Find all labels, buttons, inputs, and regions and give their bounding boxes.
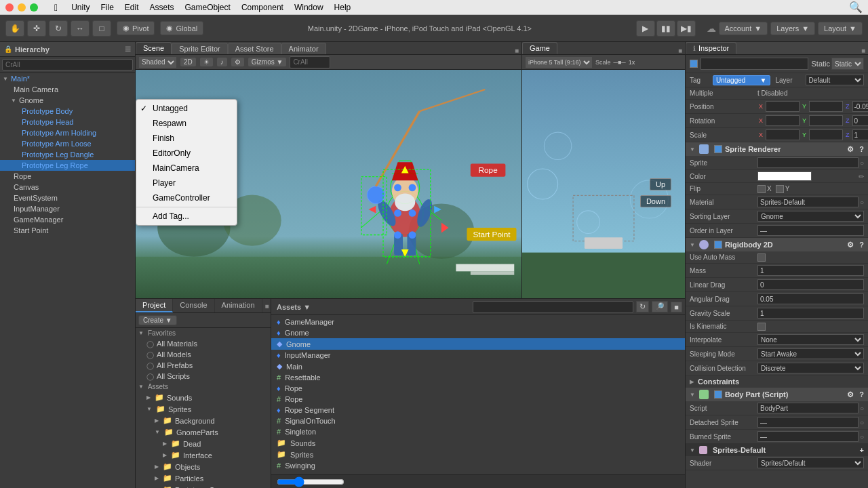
- color-picker-icon[interactable]: ✏: [859, 173, 864, 180]
- sprite-input[interactable]: [757, 157, 859, 168]
- constraints-header[interactable]: ▶ Constraints: [686, 375, 868, 388]
- asset-signal-on-touch[interactable]: # SignalOnTouch: [271, 415, 685, 426]
- proj-background[interactable]: ▶ 📁 Background: [136, 415, 271, 426]
- asset-main[interactable]: ◆ Main: [271, 361, 685, 372]
- layers-dropdown[interactable]: Layers▼: [770, 22, 815, 35]
- tab-animation[interactable]: Animation: [215, 299, 262, 312]
- hier-item-inputmanager[interactable]: InputManager: [0, 203, 135, 214]
- hierarchy-search-input[interactable]: [2, 59, 133, 70]
- script-input[interactable]: BodyPart: [757, 403, 859, 413]
- sorting-layer-dropdown[interactable]: Gnome: [757, 211, 864, 222]
- gameobject-name-input[interactable]: [701, 58, 808, 70]
- hier-item-prototype-head[interactable]: Prototype Head: [0, 117, 135, 127]
- up-button[interactable]: Up: [650, 178, 671, 190]
- minimize-button[interactable]: [18, 3, 26, 12]
- proj-all-prefabs[interactable]: ◯ All Prefabs: [136, 360, 271, 371]
- color-swatch[interactable]: [757, 171, 812, 181]
- component-settings-icon[interactable]: ⚙: [847, 145, 854, 154]
- flip-y-checkbox[interactable]: [776, 185, 784, 193]
- menu-unity[interactable]: Unity: [71, 3, 90, 12]
- menu-window[interactable]: Window: [294, 3, 323, 12]
- asset-gnome-prefab[interactable]: ♦ Gnome: [271, 327, 685, 338]
- pause-button[interactable]: ▮▮: [656, 20, 675, 37]
- hand-tool[interactable]: ✋: [5, 20, 24, 37]
- rigidbody-settings-icon[interactable]: ⚙: [847, 241, 854, 249]
- hier-item-startpoint[interactable]: Start Point: [0, 225, 135, 236]
- scale-x-input[interactable]: [766, 129, 800, 140]
- hier-item-main-camera[interactable]: Main Camera: [0, 84, 135, 95]
- active-checkbox[interactable]: [690, 60, 698, 68]
- sprites-default-header[interactable]: ▼ Sprites-Default +: [686, 444, 868, 456]
- static-dropdown[interactable]: Static: [831, 58, 864, 70]
- rot-y-input[interactable]: [809, 115, 843, 126]
- burned-input[interactable]: [757, 431, 859, 442]
- body-part-section-header[interactable]: ▼ Body Part (Script) ⚙ ?: [686, 388, 868, 401]
- shader-dropdown[interactable]: Sprites/Default: [757, 458, 864, 468]
- burned-picker-icon[interactable]: ○: [860, 433, 864, 441]
- tag-option-editoronly[interactable]: EditorOnly: [136, 146, 237, 161]
- assets-refresh-button[interactable]: ↻: [636, 301, 649, 312]
- tag-option-maincamera[interactable]: MainCamera: [136, 161, 237, 176]
- asset-resettable[interactable]: # Resettable: [271, 372, 685, 383]
- asset-rope-prefab[interactable]: ♦ Rope: [271, 383, 685, 394]
- gizmos-dropdown[interactable]: Gizmos ▼: [248, 57, 288, 67]
- pivot-button[interactable]: ◉ Pivot: [117, 21, 155, 35]
- asset-rope-segment[interactable]: ♦ Rope Segment: [271, 405, 685, 415]
- create-button[interactable]: Create ▼: [138, 315, 177, 325]
- lighting-button[interactable]: ☀: [199, 57, 214, 67]
- flip-x-checkbox[interactable]: [757, 185, 766, 193]
- asset-gamemanager[interactable]: ♦ GameManager: [271, 317, 685, 327]
- tag-option-add-tag[interactable]: Add Tag...: [136, 209, 237, 224]
- body-part-enabled[interactable]: [714, 390, 722, 399]
- pos-y-input[interactable]: [809, 101, 843, 112]
- proj-prototype-gnome[interactable]: ▶ 📁 Prototype Gnome: [136, 484, 271, 488]
- rigidbody2d-section-header[interactable]: ▼ Rigidbody 2D ⚙ ?: [686, 238, 868, 251]
- rot-z-input[interactable]: [852, 115, 868, 126]
- sleeping-mode-dropdown[interactable]: Start Awake: [757, 348, 864, 359]
- rotate-tool[interactable]: ↻: [49, 20, 68, 37]
- asset-sprites-folder[interactable]: 📁 Sprites: [271, 449, 685, 460]
- rect-tool[interactable]: □: [92, 20, 111, 37]
- hier-item-main[interactable]: ▼ Main*: [0, 73, 135, 84]
- sprite-picker-icon[interactable]: ○: [860, 159, 864, 167]
- shading-dropdown[interactable]: Shaded: [138, 56, 177, 68]
- hierarchy-menu-icon[interactable]: ☰: [125, 45, 131, 53]
- tag-option-gamecontroller[interactable]: GameController: [136, 190, 237, 205]
- audio-button[interactable]: ♪: [216, 57, 228, 67]
- assets-tree-header[interactable]: ▼ Assets: [136, 382, 271, 392]
- fx-button[interactable]: ⚙: [231, 57, 245, 67]
- tab-inspector[interactable]: ℹ Inspector: [686, 42, 736, 54]
- menu-file[interactable]: File: [100, 3, 113, 12]
- rot-x-input[interactable]: [766, 115, 800, 126]
- collision-dropdown[interactable]: Discrete: [757, 363, 864, 373]
- favorites-header[interactable]: ▼ Favorites: [136, 328, 271, 338]
- assets-show-button[interactable]: 🔎: [652, 301, 668, 312]
- assets-lock-button[interactable]: ■: [671, 302, 682, 312]
- 2d-button[interactable]: 2D: [180, 57, 197, 67]
- tab-game[interactable]: Game: [522, 42, 557, 54]
- sprite-renderer-section-header[interactable]: ▼ Sprite Renderer ⚙ ?: [686, 142, 868, 156]
- game-viewport[interactable]: Up Down: [522, 70, 685, 298]
- menu-component[interactable]: Component: [241, 3, 283, 12]
- pos-z-input[interactable]: [852, 101, 868, 112]
- material-picker-icon[interactable]: ○: [860, 199, 864, 206]
- tag-dropdown-button[interactable]: Untagged ▼: [713, 75, 770, 85]
- gravity-scale-input[interactable]: [757, 308, 864, 319]
- detached-picker-icon[interactable]: ○: [860, 419, 864, 426]
- proj-particles[interactable]: ▶ 📁 Particles: [136, 472, 271, 484]
- tab-animator[interactable]: Animator: [281, 43, 326, 54]
- interpolate-dropdown[interactable]: None: [757, 334, 864, 345]
- proj-sprites[interactable]: ▼ 📁 Sprites: [136, 403, 271, 415]
- tag-option-finish[interactable]: Finish: [136, 131, 237, 146]
- angular-drag-input[interactable]: [757, 293, 864, 304]
- layout-dropdown[interactable]: Layout▼: [818, 22, 863, 35]
- tab-sprite-editor[interactable]: Sprite Editor: [172, 43, 228, 54]
- global-button[interactable]: ◉ Global: [160, 21, 203, 35]
- component-help-icon[interactable]: ?: [859, 145, 864, 153]
- hier-item-rope[interactable]: Rope: [0, 171, 135, 182]
- proj-all-materials[interactable]: ◯ All Materials: [136, 338, 271, 349]
- close-button[interactable]: [5, 3, 14, 12]
- asset-size-slider[interactable]: [277, 476, 344, 487]
- account-dropdown[interactable]: Account▼: [719, 22, 768, 35]
- linear-drag-input[interactable]: [757, 279, 864, 290]
